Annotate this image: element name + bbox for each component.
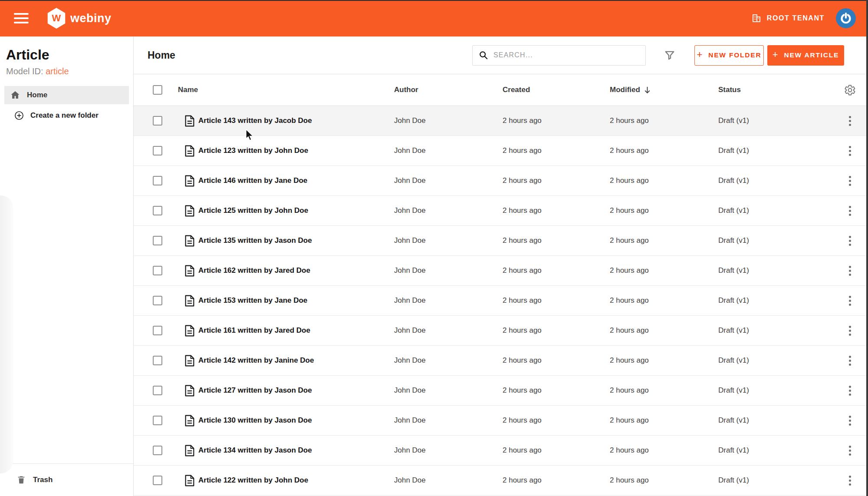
row-checkbox[interactable] <box>153 266 162 275</box>
row-actions-kebab-icon[interactable] <box>844 354 855 367</box>
table-row[interactable]: Article 125 written by John Doe John Doe… <box>134 196 868 226</box>
record-name[interactable]: Article 135 written by Jason Doe <box>198 236 394 245</box>
table-row[interactable]: Article 162 written by Jared Doe John Do… <box>134 256 868 286</box>
row-actions-kebab-icon[interactable] <box>844 114 855 128</box>
row-checkbox[interactable] <box>153 116 162 126</box>
row-checkbox[interactable] <box>153 416 162 425</box>
table-row[interactable]: Article 134 written by Jason Doe John Do… <box>134 436 868 466</box>
record-modified: 2 hours ago <box>610 236 718 245</box>
record-status: Draft (v1) <box>718 176 844 185</box>
record-status: Draft (v1) <box>718 356 844 365</box>
record-modified: 2 hours ago <box>610 356 718 365</box>
record-created: 2 hours ago <box>503 446 610 455</box>
table-row[interactable]: Article 122 written by John Doe John Doe… <box>134 466 868 496</box>
row-checkbox[interactable] <box>153 446 162 455</box>
document-icon <box>184 355 195 367</box>
window-scrollbar-edge[interactable] <box>866 0 868 496</box>
sort-desc-arrow-icon <box>644 86 651 94</box>
column-header-name[interactable]: Name <box>178 86 394 94</box>
record-created: 2 hours ago <box>503 176 610 185</box>
record-author: John Doe <box>394 386 503 395</box>
new-folder-button[interactable]: + NEW FOLDER <box>694 45 764 66</box>
record-status: Draft (v1) <box>718 326 844 335</box>
column-header-status[interactable]: Status <box>718 86 844 94</box>
document-icon <box>184 325 195 337</box>
record-name[interactable]: Article 134 written by Jason Doe <box>198 446 394 455</box>
row-actions-kebab-icon[interactable] <box>844 414 855 427</box>
row-actions-kebab-icon[interactable] <box>844 264 855 278</box>
record-name[interactable]: Article 162 written by Jared Doe <box>198 266 394 275</box>
row-actions-kebab-icon[interactable] <box>844 294 855 308</box>
table-row[interactable]: Article 153 written by Jane Doe John Doe… <box>134 286 868 316</box>
user-avatar[interactable] <box>836 8 856 28</box>
row-actions-kebab-icon[interactable] <box>844 144 855 158</box>
record-status: Draft (v1) <box>718 476 844 485</box>
row-actions-kebab-icon[interactable] <box>844 474 855 487</box>
document-icon <box>184 265 195 277</box>
row-checkbox[interactable] <box>153 386 162 395</box>
row-checkbox[interactable] <box>153 326 162 335</box>
record-name[interactable]: Article 153 written by Jane Doe <box>198 296 394 305</box>
row-actions-kebab-icon[interactable] <box>844 174 855 188</box>
table-settings-gear-icon[interactable] <box>844 84 856 96</box>
record-created: 2 hours ago <box>503 236 610 245</box>
document-icon <box>184 145 195 157</box>
table-row[interactable]: Article 127 written by Jason Doe John Do… <box>134 376 868 406</box>
row-actions-kebab-icon[interactable] <box>844 444 855 457</box>
table-row[interactable]: Article 123 written by John Doe John Doe… <box>134 136 868 166</box>
document-icon <box>184 415 195 427</box>
tenant-selector[interactable]: ROOT TENANT <box>751 13 825 23</box>
search-input[interactable] <box>493 51 639 59</box>
select-all-checkbox[interactable] <box>153 85 162 95</box>
row-checkbox[interactable] <box>153 206 162 215</box>
create-folder-button[interactable]: Create a new folder <box>4 106 129 125</box>
record-created: 2 hours ago <box>503 326 610 335</box>
column-header-modified[interactable]: Modified <box>610 86 718 94</box>
row-checkbox[interactable] <box>153 296 162 305</box>
table-row[interactable]: Article 142 written by Janine Doe John D… <box>134 346 868 376</box>
table-row[interactable]: Article 135 written by Jason Doe John Do… <box>134 226 868 256</box>
row-checkbox[interactable] <box>153 476 162 485</box>
row-actions-kebab-icon[interactable] <box>844 384 855 397</box>
record-name[interactable]: Article 125 written by John Doe <box>198 206 394 215</box>
column-header-created[interactable]: Created <box>503 86 610 94</box>
sidebar-item-trash[interactable]: Trash <box>0 464 133 496</box>
document-icon <box>184 295 195 307</box>
record-name[interactable]: Article 161 written by Jared Doe <box>198 326 394 335</box>
record-name[interactable]: Article 143 written by Jacob Doe <box>198 116 394 125</box>
search-icon <box>479 50 488 60</box>
new-article-button[interactable]: + NEW ARTICLE <box>767 45 844 66</box>
table-row[interactable]: Article 143 written by Jacob Doe John Do… <box>134 106 868 136</box>
document-icon <box>184 475 195 486</box>
row-checkbox[interactable] <box>153 176 162 185</box>
record-name[interactable]: Article 127 written by Jason Doe <box>198 386 394 395</box>
record-name[interactable]: Article 123 written by John Doe <box>198 146 394 155</box>
funnel-icon <box>664 50 675 61</box>
record-author: John Doe <box>394 116 503 125</box>
record-author: John Doe <box>394 266 503 275</box>
row-checkbox[interactable] <box>153 236 162 245</box>
model-id-link[interactable]: article <box>46 66 69 76</box>
row-actions-kebab-icon[interactable] <box>844 234 855 248</box>
webiny-hexagon-icon: W <box>47 8 66 29</box>
row-checkbox[interactable] <box>153 146 162 155</box>
row-checkbox[interactable] <box>153 356 162 365</box>
table-row[interactable]: Article 146 written by Jane Doe John Doe… <box>134 166 868 196</box>
table-header-row: Name Author Created Modified Status <box>134 74 868 106</box>
row-actions-kebab-icon[interactable] <box>844 324 855 337</box>
filter-button[interactable] <box>664 50 675 61</box>
menu-hamburger-icon[interactable] <box>14 13 29 23</box>
column-header-author[interactable]: Author <box>394 86 503 94</box>
record-name[interactable]: Article 130 written by Jason Doe <box>198 416 394 425</box>
row-actions-kebab-icon[interactable] <box>844 204 855 218</box>
sidebar-item-home[interactable]: Home <box>4 86 129 104</box>
document-icon <box>184 205 195 217</box>
table-row[interactable]: Article 130 written by Jason Doe John Do… <box>134 406 868 436</box>
webiny-logo[interactable]: W webiny <box>47 8 112 29</box>
record-name[interactable]: Article 122 written by John Doe <box>198 476 394 485</box>
folders-sidebar: Article Model ID: article Home <box>0 36 134 496</box>
table-row[interactable]: Article 161 written by Jared Doe John Do… <box>134 316 868 346</box>
record-name[interactable]: Article 142 written by Janine Doe <box>198 356 394 365</box>
record-created: 2 hours ago <box>503 266 610 275</box>
record-name[interactable]: Article 146 written by Jane Doe <box>198 176 394 185</box>
